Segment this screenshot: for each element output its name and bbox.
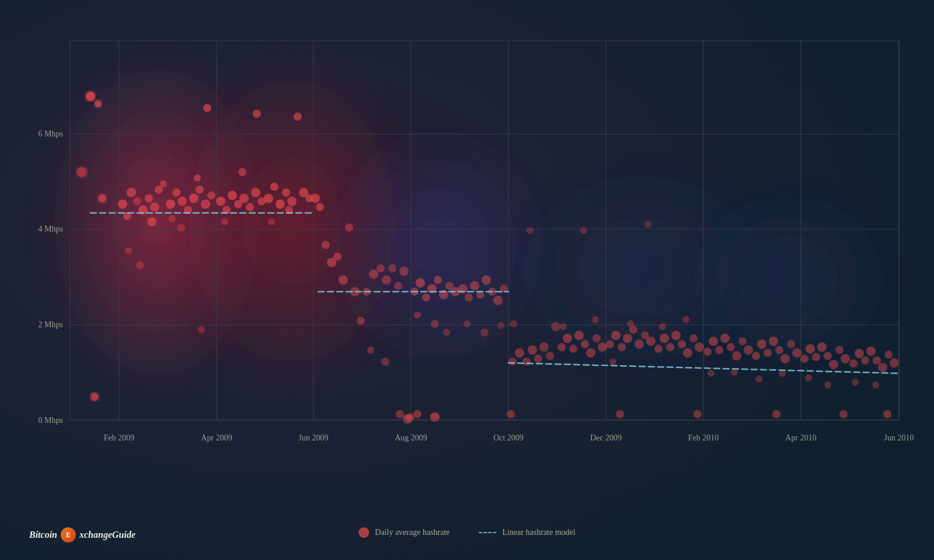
svg-text:Feb 2010: Feb 2010 [688, 433, 719, 442]
svg-point-74 [270, 183, 278, 191]
svg-point-57 [169, 215, 176, 222]
svg-text:Oct 2009: Oct 2009 [493, 433, 524, 442]
svg-point-93 [369, 270, 378, 279]
svg-point-134 [546, 352, 554, 360]
svg-point-175 [715, 346, 723, 354]
legend-area: Daily average hashrate Linear hashrate m… [358, 527, 575, 538]
svg-point-97 [394, 282, 402, 290]
svg-point-164 [666, 343, 674, 351]
svg-point-42 [145, 194, 153, 202]
svg-point-181 [708, 370, 715, 377]
svg-point-60 [203, 104, 211, 112]
svg-point-135 [551, 322, 560, 331]
svg-point-166 [678, 340, 686, 348]
svg-point-112 [414, 312, 421, 318]
svg-text:Apr 2010: Apr 2010 [785, 433, 816, 442]
svg-point-66 [239, 194, 249, 203]
svg-point-70 [221, 218, 228, 225]
svg-point-53 [189, 194, 198, 203]
svg-point-203 [824, 382, 831, 388]
svg-point-87 [333, 253, 341, 261]
svg-point-183 [752, 352, 760, 360]
svg-point-176 [720, 334, 730, 343]
svg-point-149 [592, 316, 599, 323]
svg-point-67 [246, 203, 254, 211]
svg-point-199 [829, 360, 838, 369]
svg-point-108 [434, 276, 442, 284]
svg-point-136 [510, 320, 517, 327]
svg-point-96 [388, 264, 396, 272]
svg-point-77 [287, 197, 297, 206]
svg-point-211 [884, 351, 893, 359]
chart-svg: 0 Mhps 2 Mhps 4 Mhps 6 Mhps Feb 2009 Apr… [0, 0, 934, 560]
svg-point-208 [866, 346, 876, 356]
svg-point-153 [623, 334, 632, 343]
svg-point-133 [539, 342, 549, 352]
svg-point-169 [695, 342, 704, 352]
svg-point-190 [792, 348, 801, 358]
svg-point-213 [852, 379, 859, 386]
svg-text:6 Mhps: 6 Mhps [39, 130, 63, 138]
svg-point-193 [772, 410, 780, 418]
svg-point-98 [399, 267, 409, 276]
svg-point-61 [198, 326, 205, 333]
svg-point-158 [609, 358, 616, 365]
svg-text:4 Mhps: 4 Mhps [39, 225, 63, 233]
svg-point-194 [800, 355, 808, 363]
legend-daily: Daily average hashrate [358, 527, 449, 538]
svg-point-68 [251, 188, 260, 197]
svg-point-143 [581, 340, 589, 348]
svg-point-54 [196, 186, 204, 194]
svg-point-147 [560, 323, 567, 330]
svg-text:0 Mhps: 0 Mhps [39, 416, 63, 425]
svg-point-94 [377, 264, 385, 272]
svg-point-132 [534, 355, 542, 363]
svg-point-171 [682, 316, 689, 323]
svg-point-144 [586, 348, 595, 358]
legend-dash-icon [479, 532, 497, 534]
svg-point-212 [890, 358, 899, 368]
branding: Bitcoin E xchangeGuide [29, 527, 135, 542]
svg-point-114 [443, 329, 450, 336]
svg-point-32 [86, 92, 95, 101]
svg-point-51 [177, 197, 187, 206]
svg-point-182 [731, 369, 738, 376]
svg-point-157 [646, 337, 656, 346]
svg-text:Dec 2009: Dec 2009 [590, 433, 622, 442]
svg-point-40 [133, 197, 141, 205]
svg-point-116 [430, 412, 440, 422]
svg-text:Apr 2009: Apr 2009 [201, 433, 232, 442]
svg-point-187 [775, 346, 783, 354]
svg-point-78 [294, 113, 302, 121]
svg-point-62 [216, 197, 225, 206]
svg-point-115 [413, 410, 421, 418]
legend-daily-label: Daily average hashrate [375, 528, 449, 537]
svg-point-209 [873, 356, 881, 365]
svg-point-58 [177, 223, 185, 232]
svg-point-165 [671, 331, 681, 340]
svg-point-89 [345, 223, 353, 232]
svg-point-180 [744, 345, 753, 355]
svg-point-121 [482, 275, 491, 285]
svg-point-207 [861, 356, 869, 365]
svg-text:Aug 2009: Aug 2009 [395, 433, 427, 442]
svg-point-188 [780, 354, 790, 363]
svg-point-145 [593, 334, 601, 342]
svg-point-127 [497, 322, 504, 329]
svg-point-105 [416, 278, 425, 288]
svg-point-34 [98, 194, 106, 202]
svg-text:Jun 2009: Jun 2009 [299, 433, 329, 442]
svg-text:Jun 2010: Jun 2010 [884, 433, 914, 442]
svg-point-178 [732, 351, 741, 360]
svg-point-173 [703, 348, 712, 356]
svg-point-91 [357, 317, 365, 325]
svg-point-88 [339, 275, 348, 285]
brand-bitcoin: Bitcoin [29, 530, 57, 540]
svg-point-103 [406, 414, 414, 422]
svg-point-101 [396, 410, 404, 418]
svg-point-75 [276, 200, 285, 209]
svg-point-177 [727, 343, 735, 351]
svg-point-179 [738, 337, 747, 345]
svg-point-204 [839, 410, 848, 418]
svg-point-123 [493, 296, 503, 305]
